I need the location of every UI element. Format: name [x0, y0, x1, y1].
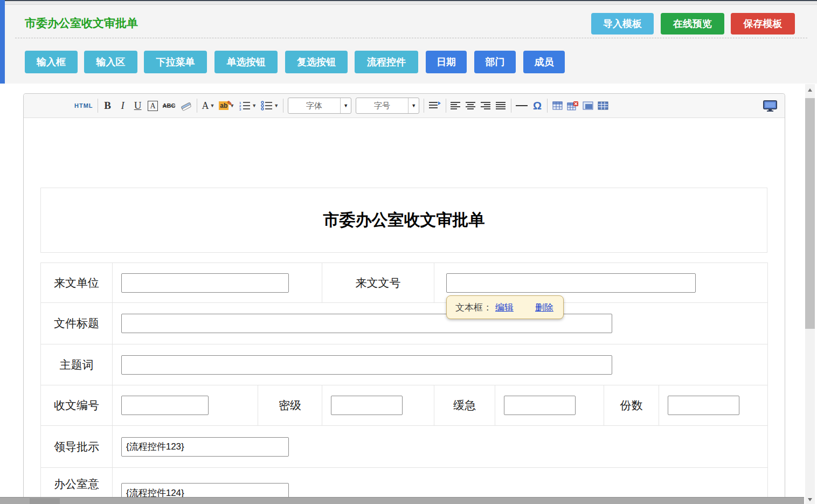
lingdao-pishi-input[interactable]: [121, 437, 289, 457]
miji-input[interactable]: [331, 396, 403, 415]
chevron-down-icon: ▼: [340, 98, 351, 113]
delete-control-link[interactable]: 删除: [535, 301, 553, 314]
table-row: 领导批示: [41, 426, 768, 468]
window-bottom-edge: [0, 497, 804, 504]
strikethrough-button[interactable]: ABC: [163, 98, 176, 114]
field-label: 文件标题: [41, 303, 113, 344]
insert-table-button[interactable]: [552, 98, 563, 114]
horizontal-rule-button[interactable]: [516, 98, 528, 114]
zhutici-input[interactable]: [121, 355, 612, 375]
form-table: 来文单位 来文文号 文件标题 主题词 收文编号 密级: [40, 263, 768, 504]
unordered-list-icon: [261, 101, 273, 111]
add-member-button[interactable]: 成员: [523, 51, 565, 73]
cell-properties-button[interactable]: [598, 98, 608, 114]
form-title-box: 市委办公室收文审批单: [40, 188, 767, 253]
font-family-select[interactable]: 字体 ▼: [288, 98, 351, 114]
dashed-divider: [15, 38, 807, 38]
field-label: 份数: [604, 385, 659, 426]
remove-format-button[interactable]: [179, 98, 192, 114]
chevron-down-icon: ▼: [274, 103, 279, 108]
toolbar-separator: [98, 99, 98, 113]
editor-toolbar: HTML B I U A ABC A▼ ab✎▼ 1 2: [24, 94, 785, 118]
add-department-button[interactable]: 部门: [474, 51, 516, 73]
bold-button[interactable]: B: [102, 98, 113, 114]
format-button[interactable]: A: [148, 98, 158, 114]
align-center-button[interactable]: [466, 98, 476, 114]
page-title: 市委办公室收文审批单: [25, 16, 138, 31]
add-checkbox-button[interactable]: 复选按钮: [285, 51, 348, 73]
toolbar-separator: [446, 99, 446, 113]
unordered-list-button[interactable]: ▼: [261, 98, 279, 114]
underline-button[interactable]: U: [133, 98, 143, 114]
align-center-icon: [466, 101, 476, 110]
laiwen-wenhao-input[interactable]: [446, 273, 696, 293]
chevron-down-icon: ▼: [408, 98, 419, 113]
add-flow-control-button[interactable]: 流程控件: [355, 51, 418, 73]
shouwen-bianhao-input[interactable]: [121, 396, 209, 415]
align-justify-icon: [496, 101, 507, 110]
control-action-tooltip: 文本框： 编辑 删除: [446, 295, 564, 319]
scroll-down-arrow-icon[interactable]: [808, 498, 812, 501]
align-left-icon: [451, 101, 461, 110]
font-color-button[interactable]: A▼: [202, 98, 214, 114]
highlight-color-button[interactable]: ab✎▼: [219, 98, 234, 114]
toolbar-separator: [547, 99, 548, 113]
svg-text:3: 3: [239, 108, 241, 111]
ordered-list-icon: 1 2 3: [239, 101, 251, 111]
add-date-button[interactable]: 日期: [426, 51, 467, 73]
ordered-list-button[interactable]: 1 2 3 ▼: [239, 98, 257, 114]
font-color-a-icon: A: [202, 100, 209, 112]
edit-control-link[interactable]: 编辑: [495, 301, 514, 314]
pencil-icon: ✎: [227, 99, 232, 108]
boxed-a-icon: A: [148, 101, 157, 111]
editor-content[interactable]: 市委办公室收文审批单 来文单位 来文文号 文件标题 主: [24, 188, 785, 504]
huanji-input[interactable]: [504, 396, 576, 415]
add-input-box-button[interactable]: 输入框: [25, 51, 78, 73]
form-title: 市委办公室收文审批单: [323, 209, 485, 231]
field-label: 主题词: [41, 344, 113, 385]
scrollbar-thumb[interactable]: [805, 98, 815, 329]
fullscreen-button[interactable]: [763, 98, 777, 114]
horizontal-scrollbar-thumb[interactable]: [30, 498, 60, 504]
align-justify-button[interactable]: [496, 98, 507, 114]
add-radio-button[interactable]: 单选按钮: [214, 51, 278, 73]
field-label: 来文文号: [322, 263, 434, 303]
indent-icon: [428, 101, 441, 111]
save-template-button[interactable]: 保存模板: [731, 13, 795, 34]
import-template-button[interactable]: 导入模板: [591, 13, 654, 34]
add-textarea-button[interactable]: 输入区: [84, 51, 137, 73]
toolbar-separator: [511, 99, 511, 113]
indent-button[interactable]: [428, 98, 441, 114]
table-frame-icon: [583, 101, 593, 110]
template-designer-page: 市委办公室收文审批单 导入模板 在线预览 保存模板 输入框 输入区 下拉菜单 单…: [0, 0, 817, 504]
table-row: 收文编号 密级 缓急 份数: [41, 385, 768, 426]
header: 市委办公室收文审批单 导入模板 在线预览 保存模板 输入框 输入区 下拉菜单 单…: [5, 5, 817, 84]
toolbar-separator: [424, 99, 424, 113]
html-source-button[interactable]: HTML: [74, 98, 93, 114]
italic-button[interactable]: I: [117, 98, 128, 114]
table-cells-icon: [598, 101, 608, 110]
add-dropdown-button[interactable]: 下拉菜单: [144, 51, 207, 73]
font-size-select[interactable]: 字号 ▼: [356, 98, 419, 114]
online-preview-button[interactable]: 在线预览: [661, 13, 724, 34]
chevron-down-icon: ▼: [252, 103, 257, 108]
align-left-button[interactable]: [451, 98, 461, 114]
toolbar-separator: [283, 99, 283, 113]
vertical-scrollbar[interactable]: [805, 84, 815, 504]
highlight-icon: ab✎: [219, 101, 229, 110]
eraser-icon: [179, 100, 192, 111]
font-family-label: 字体: [288, 98, 340, 113]
table-icon: [552, 101, 563, 110]
laiwen-danwei-input[interactable]: [121, 273, 289, 293]
scroll-up-arrow-icon[interactable]: [808, 88, 812, 92]
align-right-button[interactable]: [481, 98, 491, 114]
chevron-down-icon: ▼: [210, 103, 214, 108]
table-row: 文件标题: [41, 303, 768, 344]
monitor-icon: [763, 100, 777, 112]
tooltip-label: 文本框：: [455, 301, 492, 314]
table-properties-button[interactable]: [583, 98, 593, 114]
field-label: 密级: [258, 385, 322, 426]
fenshu-input[interactable]: [668, 396, 739, 415]
delete-table-button[interactable]: [567, 98, 578, 114]
special-char-button[interactable]: Ω: [532, 98, 543, 114]
